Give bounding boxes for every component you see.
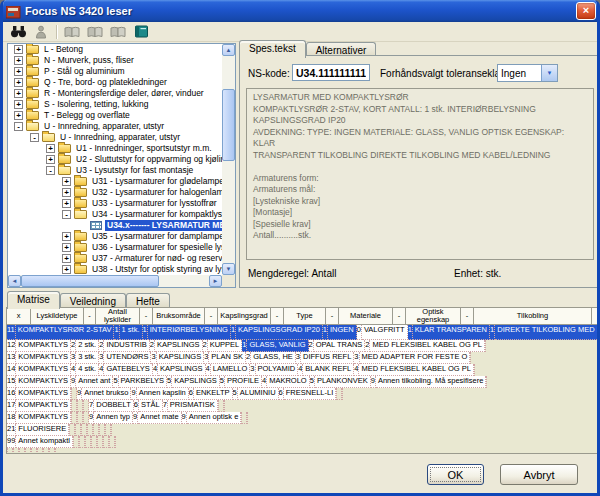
matrix-cell[interactable]: 2 stk. <box>76 340 99 352</box>
scrollbar-track[interactable] <box>159 275 209 287</box>
tree-item-label[interactable]: T - Belegg og overflate <box>42 110 132 121</box>
matrix-cell[interactable]: 16 <box>7 388 16 400</box>
cancel-button[interactable]: Avbryt <box>500 464 578 485</box>
matrix-cell[interactable]: STÅL <box>139 400 163 412</box>
matrix-cell[interactable]: 21 <box>7 424 16 436</box>
matrix-cell[interactable]: KOMPAKTLYS <box>16 412 71 424</box>
tree-item-label[interactable]: U2 - Sluttutstyr for oppvarming og kjøli… <box>74 154 222 165</box>
matrix-cell[interactable]: FRESNELL-LI <box>284 388 337 400</box>
matrix-cell[interactable]: KAPSLINGS <box>155 340 203 352</box>
tree-item-label[interactable]: U - Innredning, apparater, utstyr <box>58 132 182 143</box>
tree-item[interactable]: +P - Stål og aluminium <box>8 66 222 77</box>
matrix-cell[interactable]: PLANKONVEK <box>315 376 371 388</box>
tree-item-label[interactable]: R - Monteringsferdige deler, dører, vind… <box>42 88 206 99</box>
tree-item-label[interactable]: U34.x------- LYSARMATUR ME <box>105 220 222 231</box>
tree-item[interactable]: +U31 - Lysarmaturer for glødelamper <box>8 176 222 187</box>
matrix-cell[interactable]: 12 <box>7 340 16 352</box>
tree-item-label[interactable]: U - Innredning, apparater, utstyr <box>42 121 166 132</box>
tree-item-label[interactable]: U34 - Lysarmaturer for kompaktlysrør <box>90 209 222 220</box>
tree-item[interactable]: -U - Innredning, apparater, utstyr <box>8 132 222 143</box>
expand-plus-icon[interactable]: + <box>62 243 71 252</box>
tree-item[interactable]: +U32 - Lysarmaturer for halogenlamper <box>8 187 222 198</box>
vertical-scrollbar-thumb[interactable] <box>222 89 235 161</box>
tree-item[interactable]: +U38 - Utstyr for optisk styring av lys <box>8 264 222 275</box>
expand-plus-icon[interactable]: + <box>14 100 23 109</box>
tree-item[interactable]: +U35 - Lysarmaturer for damplamper <box>8 231 222 242</box>
expand-plus-icon[interactable]: + <box>62 177 71 186</box>
tab-spes-tekst[interactable]: Spes.tekst <box>239 40 306 58</box>
matrix-cell[interactable]: PRISMATISK <box>168 400 218 412</box>
tree-item[interactable]: +Q - Tre, bord- og platekledninger <box>8 77 222 88</box>
matrix-cell[interactable]: 99 <box>7 436 16 448</box>
matrix-cell[interactable]: 15 <box>7 376 16 388</box>
matrix-cell[interactable]: PARKBELYS <box>119 376 168 388</box>
matrix-cell[interactable]: 4 stk. <box>76 364 99 376</box>
tree-item[interactable]: +N - Murverk, puss, fliser <box>8 55 222 66</box>
matrix-cell[interactable]: KOMPAKTLYS <box>16 376 71 388</box>
tree-item[interactable]: -U3 - Lysutstyr for fast montasje <box>8 165 222 176</box>
collapse-minus-icon[interactable]: - <box>30 133 39 142</box>
matrix-cell[interactable]: POLYAMID <box>256 364 299 376</box>
tree-item[interactable]: -U34 - Lysarmaturer for kompaktlysrør <box>8 209 222 220</box>
matrix-cell[interactable]: Annen kapslin <box>137 388 189 400</box>
tree-item[interactable]: +R - Monteringsferdige deler, dører, vin… <box>8 88 222 99</box>
expand-plus-icon[interactable]: + <box>62 199 71 208</box>
matrix-cell[interactable]: Annet brukso <box>82 388 131 400</box>
matrix-cell[interactable]: KOMPAKTLYS <box>16 352 71 364</box>
tree-item[interactable]: +U1 - Innredninger, sportsutstyr m.m. <box>8 143 222 154</box>
tree-item-label[interactable]: U1 - Innredninger, sportsutstyr m.m. <box>74 143 214 154</box>
expand-plus-icon[interactable]: + <box>14 56 23 65</box>
matrix-cell[interactable]: KOMPAKTLYS <box>16 364 71 376</box>
matrix-cell[interactable]: 14 <box>7 364 16 376</box>
matrix-cell[interactable]: INTERIØRBELYSNING <box>148 325 231 340</box>
expand-plus-icon[interactable]: + <box>14 67 23 76</box>
expand-plus-icon[interactable]: + <box>62 232 71 241</box>
scroll-right-arrow-icon[interactable]: ► <box>209 275 222 287</box>
matrix-cell[interactable]: UTENDØRS <box>104 352 151 364</box>
matrix-cell[interactable]: MED FLEKSIBEL KABEL OG PL <box>370 340 485 352</box>
matrix-cell[interactable]: KOMPAKTLYSRØR 2-STAV <box>16 325 115 340</box>
matrix-cell[interactable]: MED FLEKSIBEL KABEL OG PL <box>359 364 474 376</box>
matrix-cell[interactable]: GATEBELYS <box>104 364 153 376</box>
matrix-cell[interactable]: DIFFUS REFL <box>301 352 354 364</box>
tree-item[interactable]: +S - Isolering, tetting, lukking <box>8 99 222 110</box>
ok-button[interactable]: OK <box>427 464 484 485</box>
tree-item[interactable]: +U2 - Sluttutstyr for oppvarming og kjøl… <box>8 154 222 165</box>
tolerance-dropdown[interactable]: Ingen ▼ <box>497 64 558 82</box>
tree-item[interactable]: +L - Betong <box>8 44 222 55</box>
tree-item[interactable]: +U36 - Lysarmaturer for spesielle lyskil… <box>8 242 222 253</box>
tree-item-label[interactable]: U33 - Lysarmaturer for lysstoffrør <box>90 198 219 209</box>
matrix-cell[interactable]: 3 stk. <box>76 352 99 364</box>
tree-item-label[interactable]: U37 - Armaturer for nød- og reservelys <box>90 253 222 264</box>
matrix-cell[interactable]: MED ADAPTER FOR FESTE O <box>360 352 471 364</box>
matrix-cell[interactable]: 1 stk. <box>120 325 143 340</box>
tree-item-label[interactable]: P - Stål og aluminium <box>42 66 127 77</box>
matrix-cell[interactable]: PLAN SK <box>209 352 246 364</box>
tree-item-label[interactable]: U35 - Lysarmaturer for damplamper <box>90 231 222 242</box>
ns-code-input[interactable] <box>292 64 370 81</box>
collapse-minus-icon[interactable]: - <box>14 122 23 131</box>
matrix-cell[interactable]: Annen typ <box>94 412 133 424</box>
expand-plus-icon[interactable]: + <box>14 111 23 120</box>
matrix-cell[interactable]: KAPSLINGS <box>157 352 205 364</box>
matrix-cell[interactable]: Annet ant <box>76 376 113 388</box>
expand-plus-icon[interactable]: + <box>62 188 71 197</box>
tree-horizontal-scrollbar[interactable]: ◄ ► <box>8 275 222 287</box>
expand-plus-icon[interactable]: + <box>62 254 71 263</box>
matrix-cell[interactable]: KLAR TRANSPAREN <box>413 325 490 340</box>
expand-plus-icon[interactable]: + <box>46 144 55 153</box>
tree-item-label[interactable]: U31 - Lysarmaturer for glødelamper <box>90 176 222 187</box>
expand-plus-icon[interactable]: + <box>14 89 23 98</box>
tree-item[interactable]: +U37 - Armaturer for nød- og reservelys <box>8 253 222 264</box>
matrix-cell[interactable]: PROFILE <box>225 376 262 388</box>
matrix-cell[interactable]: VALGFRITT <box>362 325 408 340</box>
matrix-cell[interactable]: BLANK REFL <box>303 364 354 376</box>
manual-book-icon[interactable] <box>130 23 152 40</box>
matrix-cell[interactable]: KOMPAKTLYS <box>16 340 71 352</box>
matrix-cell[interactable]: KUPPEL <box>208 340 243 352</box>
scroll-down-arrow-icon[interactable]: ▼ <box>222 263 235 275</box>
collapse-minus-icon[interactable]: - <box>62 210 71 219</box>
matrix-cell[interactable]: INGEN <box>328 325 357 340</box>
matrix-cell[interactable]: FLUORISERE <box>16 424 69 436</box>
close-button[interactable]: × <box>576 2 596 20</box>
